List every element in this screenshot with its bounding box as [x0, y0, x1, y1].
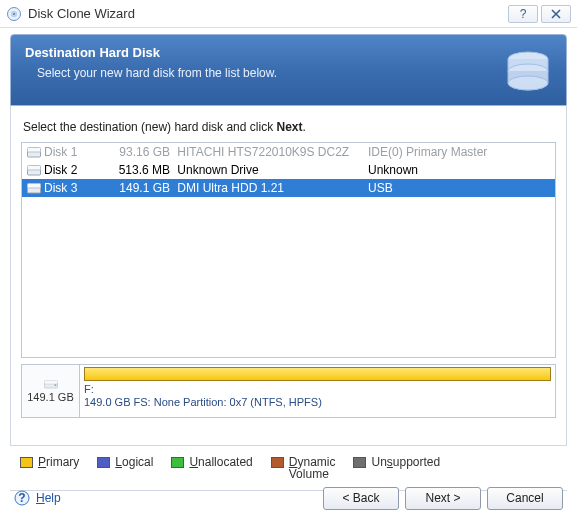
legend-swatch-unsupported	[353, 457, 366, 468]
hdd-icon	[44, 379, 58, 390]
wizard-body: Select the destination (new) hard disk a…	[10, 106, 567, 446]
next-text: ext >	[434, 491, 460, 505]
partition-letter: F:	[84, 383, 551, 396]
disk-model: HITACHI HTS722010K9S DC2Z	[174, 145, 364, 159]
titlebar: Disk Clone Wizard ?	[0, 0, 577, 28]
legend-swatch-unallocated	[171, 457, 184, 468]
hdd-icon	[26, 183, 42, 194]
legend-swatch-primary	[20, 457, 33, 468]
close-button[interactable]	[541, 5, 571, 23]
window-title: Disk Clone Wizard	[28, 6, 505, 21]
cancel-button[interactable]: Cancel	[487, 487, 563, 510]
wizard-window: { "titlebar": { "title": "Disk Clone Wiz…	[0, 0, 577, 521]
footer: ? Help < Back Next > Cancel	[0, 481, 577, 515]
disk-row[interactable]: Disk 2513.6 MB Unknown DriveUnknown	[22, 161, 555, 179]
instruction-post: .	[302, 120, 305, 134]
disk-name: Disk 1	[42, 145, 108, 159]
app-icon	[6, 6, 22, 22]
legend-unsupported-text: upported	[393, 455, 440, 469]
disk-name: Disk 2	[42, 163, 108, 177]
legend-unallocated-key: U	[189, 455, 198, 469]
help-icon: ?	[14, 490, 30, 506]
partition-bar-primary[interactable]	[84, 367, 551, 381]
help-key: H	[36, 491, 45, 505]
disk-interface: USB	[364, 181, 553, 195]
disk-interface: Unknown	[364, 163, 553, 177]
legend-primary-text: rimary	[46, 455, 79, 469]
instruction-pre: Select the destination (new) hard disk a…	[23, 120, 276, 134]
svg-rect-10	[28, 165, 41, 170]
disk-model: DMI Ultra HDD 1.21	[174, 181, 364, 195]
svg-point-6	[508, 76, 548, 90]
legend-swatch-logical	[97, 457, 110, 468]
legend-unsupported-pre: Un	[371, 455, 386, 469]
legend-swatch-dynamic	[271, 457, 284, 468]
legend-primary-key: P	[38, 455, 46, 469]
svg-point-2	[13, 13, 15, 15]
svg-rect-8	[28, 147, 41, 152]
svg-rect-15	[54, 385, 56, 386]
cancel-text: ancel	[515, 491, 544, 505]
svg-text:?: ?	[520, 8, 527, 20]
disk-list[interactable]: Disk 193.16 GB HITACHI HTS722010K9S DC2Z…	[21, 142, 556, 358]
header-subtitle: Select your new hard disk from the list …	[25, 66, 552, 80]
legend-primary: Primary	[20, 456, 79, 468]
disk-interface: IDE(0) Primary Master	[364, 145, 553, 159]
legend-unsupported: Unsupported	[353, 456, 440, 468]
disk-row[interactable]: Disk 3149.1 GB DMI Ultra HDD 1.21USB	[22, 179, 555, 197]
disk-model: Unknown Drive	[174, 163, 364, 177]
disk-thumbnail: 149.1 GB	[22, 365, 80, 417]
help-button[interactable]: ?	[508, 5, 538, 23]
legend-dynamic-extra: Volume	[289, 467, 329, 481]
window-controls: ?	[505, 5, 571, 23]
hdd-icon	[26, 147, 42, 158]
wizard-header: Destination Hard Disk Select your new ha…	[10, 34, 567, 106]
disk-size: 149.1 GB	[108, 181, 174, 195]
svg-rect-14	[44, 381, 57, 385]
help-text: elp	[45, 491, 61, 505]
back-button[interactable]: < Back	[323, 487, 399, 510]
instruction-bold: Next	[276, 120, 302, 134]
legend-logical: Logical	[97, 456, 153, 468]
disk-row: Disk 193.16 GB HITACHI HTS722010K9S DC2Z…	[22, 143, 555, 161]
legend-unallocated-text: nallocated	[198, 455, 253, 469]
cancel-key: C	[506, 491, 515, 505]
svg-rect-12	[28, 183, 41, 188]
disk-size: 513.6 MB	[108, 163, 174, 177]
thumbnail-size: 149.1 GB	[27, 391, 73, 403]
legend-logical-text: ogical	[122, 455, 153, 469]
instruction-text: Select the destination (new) hard disk a…	[23, 120, 554, 134]
disk-size: 93.16 GB	[108, 145, 174, 159]
partition-details: 149.0 GB FS: None Partition: 0x7 (NTFS, …	[84, 396, 551, 409]
legend: Primary Logical Unallocated DynamicVolum…	[10, 452, 567, 484]
hdd-icon	[26, 165, 42, 176]
legend-unallocated: Unallocated	[171, 456, 252, 468]
help-link[interactable]: ? Help	[14, 490, 61, 506]
selected-disk-detail: 149.1 GB F: 149.0 GB FS: None Partition:…	[21, 364, 556, 418]
partition-info: F: 149.0 GB FS: None Partition: 0x7 (NTF…	[80, 365, 555, 417]
header-title: Destination Hard Disk	[25, 45, 552, 60]
disk-stack-icon	[500, 43, 556, 99]
next-button[interactable]: Next >	[405, 487, 481, 510]
next-key: N	[425, 491, 434, 505]
disk-name: Disk 3	[42, 181, 108, 195]
legend-dynamic: DynamicVolume	[271, 456, 336, 480]
svg-text:?: ?	[18, 491, 25, 505]
